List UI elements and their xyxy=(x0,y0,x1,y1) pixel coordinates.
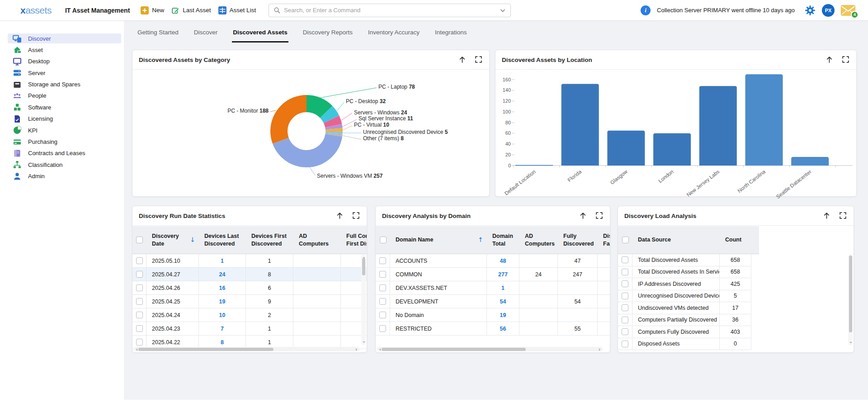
export-arrow-up-icon[interactable] xyxy=(458,56,467,64)
fullscreen-expand-icon[interactable] xyxy=(839,212,847,220)
fullscreen-expand-icon[interactable] xyxy=(352,212,360,220)
column-header-full-comp-first-disc[interactable]: Full Comp First Disc xyxy=(341,226,367,254)
search-input[interactable] xyxy=(284,7,500,14)
sidebar-item-server[interactable]: Server xyxy=(8,68,121,78)
asset-list-button[interactable]: Asset List xyxy=(218,6,256,14)
tab-integrations[interactable]: Integrations xyxy=(434,21,468,43)
column-header-domain-total[interactable]: Domain Total xyxy=(487,226,519,254)
bar-new-jersey-labs[interactable] xyxy=(699,86,737,166)
cell-link[interactable]: 10 xyxy=(199,308,246,322)
column-header-dis-fail[interactable]: Dis Fail xyxy=(598,226,610,254)
new-button[interactable]: New xyxy=(141,6,164,14)
row-checkbox[interactable] xyxy=(379,298,386,305)
sidebar-item-people[interactable]: People xyxy=(8,91,121,101)
select-all-checkbox[interactable] xyxy=(622,237,629,243)
row-checkbox[interactable] xyxy=(136,312,143,318)
export-arrow-up-icon[interactable] xyxy=(579,212,587,220)
export-arrow-up-icon[interactable] xyxy=(823,212,831,220)
select-all-checkbox[interactable] xyxy=(380,237,387,243)
column-header-fully-discovered[interactable]: Fully Discovered xyxy=(558,226,598,254)
xassets-logo[interactable]: xassets xyxy=(20,5,52,15)
last-asset-button[interactable]: Last Asset xyxy=(171,6,211,14)
sidebar-item-asset[interactable]: Asset xyxy=(8,45,121,55)
cell-link[interactable]: 1 xyxy=(487,281,519,294)
bar-north-carolina[interactable] xyxy=(745,74,783,166)
column-header-count[interactable]: Count xyxy=(720,226,751,254)
row-checkbox[interactable] xyxy=(622,341,628,347)
row-checkbox[interactable] xyxy=(622,304,628,311)
chevron-down-icon[interactable] xyxy=(500,7,506,14)
bar-seattle-datacenter[interactable] xyxy=(791,157,829,166)
sidebar-item-admin[interactable]: Admin xyxy=(8,171,121,181)
sidebar-item-purchasing[interactable]: Purchasing xyxy=(8,137,121,147)
tab-inventory-accuracy[interactable]: Inventory Accuracy xyxy=(367,21,420,43)
tab-discovery-reports[interactable]: Discovery Reports xyxy=(302,21,354,43)
row-checkbox[interactable] xyxy=(622,269,628,275)
row-checkbox[interactable] xyxy=(622,317,628,323)
horizontal-scrollbar[interactable] xyxy=(377,347,603,351)
sidebar-item-contracts-and-leases[interactable]: Contracts and Leases xyxy=(8,148,121,158)
cell-link[interactable]: 1 xyxy=(199,254,246,267)
bar-glasgow[interactable] xyxy=(607,131,645,166)
bar-default-location[interactable] xyxy=(515,165,553,166)
settings-gear-icon[interactable] xyxy=(805,5,816,16)
row-checkbox[interactable] xyxy=(136,284,143,291)
row-checkbox[interactable] xyxy=(622,280,628,287)
column-header-domain-name[interactable]: Domain Name↑ xyxy=(390,226,487,254)
bar-florida[interactable] xyxy=(561,84,599,166)
row-checkbox[interactable] xyxy=(136,271,143,278)
row-checkbox[interactable] xyxy=(379,284,386,291)
row-checkbox[interactable] xyxy=(379,257,386,264)
fullscreen-expand-icon[interactable] xyxy=(842,56,850,64)
row-checkbox[interactable] xyxy=(136,325,143,332)
export-arrow-up-icon[interactable] xyxy=(826,56,834,64)
row-checkbox[interactable] xyxy=(136,298,143,305)
cell-link[interactable]: 54 xyxy=(487,295,519,308)
export-arrow-up-icon[interactable] xyxy=(336,212,344,220)
row-checkbox[interactable] xyxy=(622,328,628,335)
fullscreen-expand-icon[interactable] xyxy=(475,56,483,64)
cell-link[interactable]: 16 xyxy=(199,281,246,294)
select-all-checkbox[interactable] xyxy=(136,237,143,243)
row-checkbox[interactable] xyxy=(379,271,386,278)
vertical-scrollbar[interactable] xyxy=(848,255,853,346)
search-combo[interactable] xyxy=(269,4,511,17)
row-checkbox[interactable] xyxy=(622,293,628,299)
tab-discovered-assets[interactable]: Discovered Assets xyxy=(232,21,288,43)
vertical-scrollbar[interactable] xyxy=(361,255,366,345)
column-header-devices-last-discovered[interactable]: Devices Last Discovered xyxy=(199,226,246,254)
sidebar-item-software[interactable]: Software xyxy=(8,102,121,112)
sidebar-item-kpi[interactable]: KPI xyxy=(8,125,121,135)
column-header-devices-first-discovered[interactable]: Devices First Discovered xyxy=(246,226,293,254)
cell-link[interactable]: 24 xyxy=(199,268,246,281)
bar-london[interactable] xyxy=(653,133,691,166)
column-header-ad-computers[interactable]: AD Computers xyxy=(519,226,558,254)
sidebar-item-licensing[interactable]: Licensing xyxy=(8,114,121,124)
sidebar-item-discover[interactable]: Discover xyxy=(8,33,121,43)
user-avatar[interactable]: PX xyxy=(822,4,835,17)
cell-link[interactable]: 7 xyxy=(199,322,246,335)
cell-link[interactable]: 19 xyxy=(199,295,246,308)
column-header-data-source[interactable]: Data Source xyxy=(632,226,720,254)
sidebar-item-classification[interactable]: Classification xyxy=(8,160,121,170)
horizontal-scrollbar[interactable] xyxy=(134,347,359,351)
storage-icon xyxy=(13,80,22,89)
cell-link[interactable]: 56 xyxy=(487,322,519,335)
row-checkbox[interactable] xyxy=(379,325,386,332)
tab-discover[interactable]: Discover xyxy=(193,21,219,43)
cell-link[interactable]: 48 xyxy=(487,254,519,267)
messages-envelope-icon[interactable]: 4 xyxy=(841,5,855,16)
sidebar-item-desktop[interactable]: Desktop xyxy=(8,57,121,66)
tab-getting-started[interactable]: Getting Started xyxy=(137,21,179,43)
row-checkbox[interactable] xyxy=(136,339,143,346)
cell-link[interactable]: 277 xyxy=(487,268,519,281)
column-header-discovery-date[interactable]: Discovery Date↓ xyxy=(146,226,199,254)
column-header-ad-computers[interactable]: AD Computers xyxy=(293,226,341,254)
row-checkbox[interactable] xyxy=(379,312,386,318)
sidebar-item-storage-and-spares[interactable]: Storage and Spares xyxy=(8,80,121,90)
fullscreen-expand-icon[interactable] xyxy=(595,212,604,220)
row-checkbox[interactable] xyxy=(622,256,628,263)
cell-link[interactable]: 19 xyxy=(487,308,519,322)
row-checkbox[interactable] xyxy=(136,257,143,264)
info-icon[interactable]: i xyxy=(641,5,651,15)
